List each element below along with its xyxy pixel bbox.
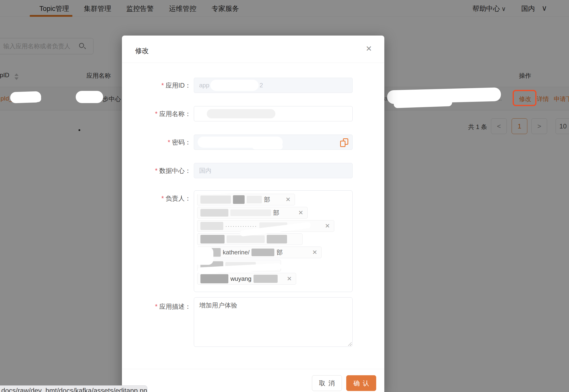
description-textarea[interactable]: 增加用户体验 <box>194 297 353 347</box>
redaction-blob <box>194 247 213 265</box>
redaction-blob <box>76 91 103 103</box>
remove-tag-icon[interactable]: ✕ <box>286 196 292 203</box>
remove-tag-icon[interactable]: ✕ <box>325 222 331 230</box>
field-label-password: *密码： <box>122 135 191 150</box>
redaction-blob <box>30 95 41 102</box>
redaction-mosaic <box>251 249 274 256</box>
cancel-button[interactable]: 取消 <box>312 375 342 391</box>
redaction-mosaic <box>200 222 223 230</box>
datacenter-input: 国内 <box>194 163 353 178</box>
required-mark: * <box>155 167 157 174</box>
redaction-mosaic <box>267 235 287 243</box>
appname-input[interactable] <box>194 106 353 121</box>
remove-tag-icon[interactable]: ✕ <box>287 275 293 282</box>
dialog-footer-divider <box>122 369 384 369</box>
redaction-mosaic <box>230 209 271 216</box>
required-mark: * <box>168 139 170 146</box>
status-bar-url: docs/raw/dev_bmt/docs/kafka/assets/edita… <box>0 385 147 392</box>
required-mark: * <box>161 82 164 89</box>
owner-tag: wuyang ✕ <box>197 273 296 285</box>
redaction-mosaic <box>200 274 228 283</box>
remove-tag-icon[interactable]: ✕ <box>298 209 304 216</box>
redaction-blob <box>252 143 283 150</box>
copy-icon[interactable] <box>340 138 348 147</box>
edit-dialog: 修改 ✕ *应用ID： app 2 *应用名称： *密码： <box>122 36 384 392</box>
required-mark: * <box>161 195 164 202</box>
edit-action-annotation-box <box>513 90 536 106</box>
owner-tag: 部 ✕ <box>197 207 308 219</box>
required-mark: * <box>155 110 157 117</box>
redaction-mosaic <box>200 195 231 204</box>
redaction-mosaic <box>200 235 225 243</box>
redaction-mosaic <box>227 235 265 243</box>
owners-multiselect[interactable]: 部 ✕ 部 ✕ ············· ✕ <box>194 190 353 292</box>
field-label-owners: *负责人： <box>122 192 191 205</box>
password-input <box>194 135 353 150</box>
dialog-header-divider <box>122 63 384 63</box>
required-mark: * <box>155 303 157 310</box>
owner-tag: 部 ✕ <box>197 194 295 205</box>
remove-tag-icon[interactable]: ✕ <box>312 249 318 256</box>
redaction-mosaic <box>233 195 245 204</box>
dialog-title: 修改 <box>135 46 149 55</box>
redaction-mosaic <box>254 275 278 283</box>
owner-tag: katherine/ 部 ✕ <box>197 247 322 258</box>
redaction-mosaic <box>247 196 262 203</box>
field-label-description: *应用描述： <box>122 301 191 312</box>
field-label-datacenter: *数据中心： <box>122 163 191 178</box>
field-label-appname: *应用名称： <box>122 106 191 121</box>
page: Topic管理 集群管理 监控告警 运维管控 专家服务 帮助中心∨ 国内 ∨ A… <box>0 0 569 392</box>
confirm-button[interactable]: 确认 <box>346 375 376 391</box>
resize-handle[interactable] <box>347 342 352 346</box>
close-icon[interactable]: ✕ <box>363 43 374 54</box>
redaction-blob <box>207 109 275 118</box>
redaction-blob <box>210 80 259 91</box>
field-label-appid: *应用ID： <box>122 78 191 93</box>
appid-input: app 2 <box>194 78 353 93</box>
redaction-mosaic <box>200 209 228 217</box>
